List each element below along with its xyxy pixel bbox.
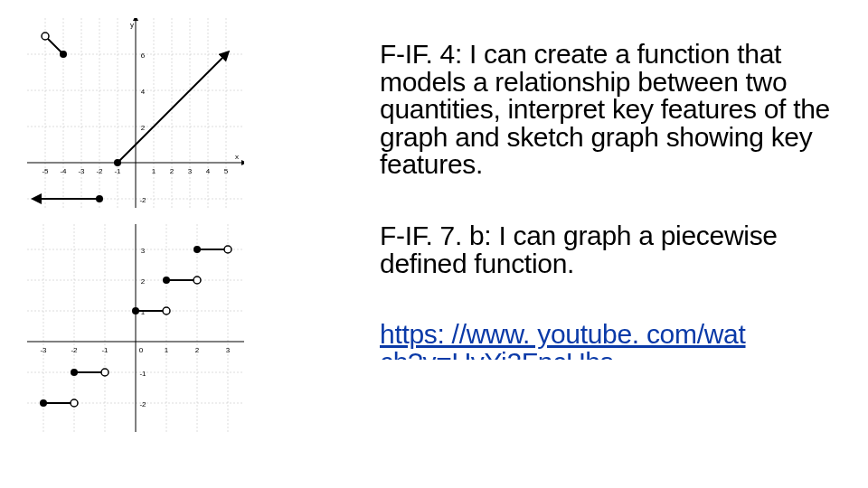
- svg-point-75: [193, 277, 201, 284]
- svg-text:x: x: [235, 153, 239, 161]
- piecewise-graph-2: -3-2-1 0 123 123 -1-2: [27, 224, 244, 432]
- text-column: F-IF. 4: I can create a function that mo…: [380, 41, 850, 376]
- svg-text:2: 2: [141, 277, 146, 286]
- link-line1: https: //www. youtube. com/wat: [380, 319, 746, 349]
- svg-text:-1: -1: [139, 370, 146, 378]
- svg-text:-2: -2: [96, 167, 103, 175]
- svg-point-68: [71, 369, 78, 376]
- svg-point-74: [163, 277, 170, 284]
- svg-text:5: 5: [224, 167, 229, 175]
- svg-text:-4: -4: [60, 167, 67, 175]
- svg-point-78: [224, 246, 231, 253]
- svg-text:-2: -2: [139, 400, 146, 408]
- svg-text:4: 4: [206, 167, 211, 175]
- svg-text:-1: -1: [101, 346, 108, 354]
- standard-fif7b: F-IF. 7. b: I can graph a piecewise defi…: [380, 222, 850, 277]
- link-line2: ch?v=UvYi2FncUhs: [380, 349, 613, 360]
- standard-fif4: F-IF. 4: I can create a function that mo…: [380, 41, 850, 179]
- svg-point-38: [96, 195, 103, 202]
- svg-text:2: 2: [170, 167, 175, 175]
- svg-point-34: [60, 51, 67, 58]
- svg-text:1: 1: [165, 346, 169, 354]
- svg-text:6: 6: [141, 52, 146, 60]
- svg-text:3: 3: [141, 247, 146, 255]
- svg-text:3: 3: [226, 346, 231, 354]
- svg-text:y: y: [130, 21, 134, 29]
- svg-point-77: [193, 246, 201, 253]
- svg-point-36: [114, 159, 121, 166]
- graphs-column: -5-4-3 -2-1 123 45 246 -2 xy: [27, 18, 298, 448]
- svg-text:-3: -3: [78, 167, 85, 175]
- svg-point-71: [132, 307, 139, 314]
- svg-text:3: 3: [188, 167, 193, 175]
- svg-text:2: 2: [195, 346, 200, 354]
- svg-point-72: [163, 307, 170, 314]
- svg-text:-5: -5: [42, 167, 49, 175]
- svg-text:1: 1: [141, 308, 146, 316]
- svg-text:0: 0: [139, 346, 144, 354]
- svg-text:-1: -1: [114, 167, 121, 175]
- svg-text:-2: -2: [71, 346, 78, 354]
- svg-text:4: 4: [141, 88, 146, 96]
- svg-text:1: 1: [152, 167, 156, 175]
- svg-point-66: [71, 399, 78, 407]
- youtube-link[interactable]: https: //www. youtube. com/wat ch?v=UvYi…: [380, 321, 850, 376]
- svg-text:-3: -3: [40, 346, 47, 354]
- svg-point-33: [42, 33, 49, 40]
- svg-point-65: [40, 399, 47, 407]
- svg-text:2: 2: [141, 124, 146, 132]
- svg-text:-2: -2: [139, 196, 146, 204]
- piecewise-graph-1: -5-4-3 -2-1 123 45 246 -2 xy: [27, 18, 244, 208]
- svg-point-69: [101, 369, 108, 376]
